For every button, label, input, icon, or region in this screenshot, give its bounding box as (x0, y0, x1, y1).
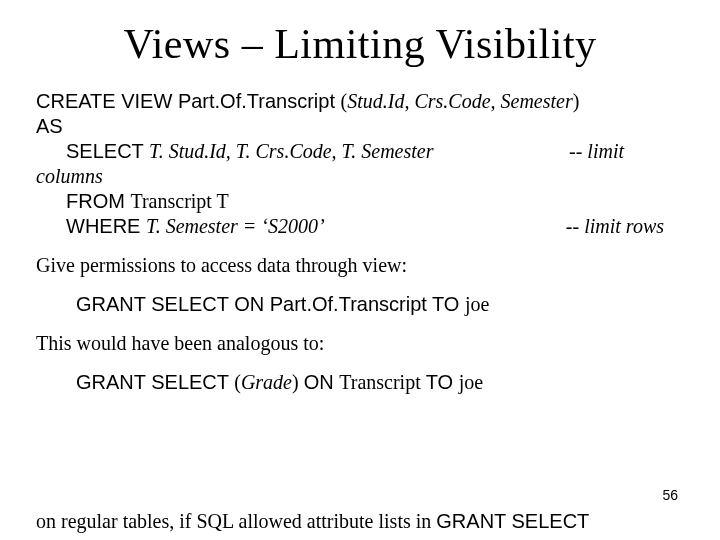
kw-grant-2: GRANT SELECT (76, 371, 234, 393)
select-cols: T. Stud.Id, T. Crs.Code, T. Semester (149, 140, 433, 162)
kw-to-2: TO (426, 371, 459, 393)
where-pred: T. Semester = ‘S2000’ (146, 215, 325, 237)
grant2-open: ( (234, 371, 241, 393)
sig-args: Stud.Id, Crs.Code, Semester (347, 90, 573, 112)
comment-columns-b: columns (36, 164, 684, 189)
grant1-obj: Part.Of.Transcript (270, 293, 432, 315)
grant2-col: Grade (241, 371, 292, 393)
page-number: 56 (662, 487, 678, 505)
perm-intro: Give permissions to access data through … (36, 253, 684, 278)
create-view-block: CREATE VIEW Part.Of.Transcript (Stud.Id,… (36, 89, 684, 239)
view-name: Part.Of.Transcript (178, 90, 341, 112)
grant2-close: ) (292, 371, 304, 393)
kw-from: FROM (66, 190, 130, 212)
grant2-user: joe (459, 371, 483, 393)
footer-line: on regular tables, if SQL allowed attrib… (36, 509, 684, 534)
grant-line-1: GRANT SELECT ON Part.Of.Transcript TO jo… (36, 292, 684, 317)
grant1-user: joe (465, 293, 489, 315)
kw-grant-1: GRANT SELECT ON (76, 293, 270, 315)
analog-intro: This would have been analogous to: (36, 331, 684, 356)
grant2-obj: Transcript (339, 371, 425, 393)
code-line-select: -- limit SELECT T. Stud.Id, T. Crs.Code,… (36, 139, 684, 164)
code-line-from: FROM Transcript T (36, 189, 684, 214)
kw-where: WHERE (66, 215, 146, 237)
code-line-as: AS (36, 114, 684, 139)
kw-to-1: TO (432, 293, 465, 315)
from-alias: T (217, 190, 229, 212)
code-line-where: -- limit rows WHERE T. Semester = ‘S2000… (36, 214, 684, 239)
slide-title: Views – Limiting Visibility (36, 18, 684, 71)
kw-on-2: ON (304, 371, 340, 393)
slide: Views – Limiting Visibility CREATE VIEW … (0, 0, 720, 540)
code-line-create: CREATE VIEW Part.Of.Transcript (Stud.Id,… (36, 89, 684, 114)
sig-close: ) (573, 90, 580, 112)
kw-select: SELECT (66, 140, 149, 162)
grant-line-2: GRANT SELECT (Grade) ON Transcript TO jo… (36, 370, 684, 395)
footer-a: on regular tables, if SQL allowed attrib… (36, 510, 436, 532)
footer-b: GRANT SELECT (436, 510, 589, 532)
kw-create: CREATE VIEW (36, 90, 178, 112)
comment-rows: -- limit rows (566, 214, 684, 239)
from-table: Transcript (130, 190, 216, 212)
comment-columns-a: -- limit (569, 139, 684, 164)
